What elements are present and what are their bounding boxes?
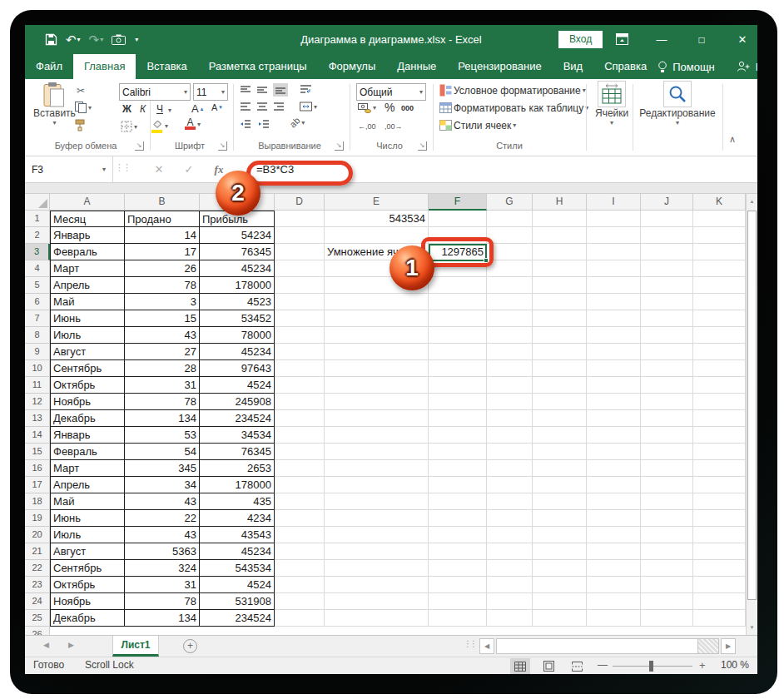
cell-C19[interactable]: 4234 xyxy=(200,510,275,527)
cell-H6[interactable] xyxy=(533,294,587,310)
cell-K5[interactable] xyxy=(693,277,746,294)
cell-D18[interactable] xyxy=(275,493,325,510)
cell-K4[interactable] xyxy=(693,260,746,277)
cell-E1[interactable]: 543534 xyxy=(325,211,429,227)
cell-K13[interactable] xyxy=(693,410,746,427)
cell-D13[interactable] xyxy=(275,410,325,427)
tab-view[interactable]: Вид xyxy=(553,54,594,79)
cell-E18[interactable] xyxy=(325,493,429,510)
cell-A12[interactable]: Ноябрь xyxy=(50,394,125,410)
cell-G24[interactable] xyxy=(487,593,533,610)
zoom-level[interactable]: 100 % xyxy=(714,659,749,671)
cell-G19[interactable] xyxy=(487,510,533,527)
cell-D2[interactable] xyxy=(275,227,325,244)
cell-I20[interactable] xyxy=(587,527,641,543)
cell-G5[interactable] xyxy=(487,277,533,294)
conditional-formatting-button[interactable]: Условное форматирование ▾ xyxy=(439,84,586,97)
number-dialog-launcher[interactable]: ↘ xyxy=(418,141,427,151)
cell-H18[interactable] xyxy=(533,493,587,510)
qat-customize-button[interactable]: ▾ xyxy=(134,36,138,43)
cell-C21[interactable]: 45234 xyxy=(200,543,275,560)
cell-C25[interactable]: 234524 xyxy=(200,610,275,627)
font-size-combo[interactable]: 11▾ xyxy=(193,83,228,101)
cell-I21[interactable] xyxy=(587,543,641,560)
cell-J9[interactable] xyxy=(641,344,693,360)
cell-F13[interactable] xyxy=(429,410,487,427)
cell-B16[interactable]: 345 xyxy=(125,460,200,477)
select-all-corner[interactable] xyxy=(25,194,50,211)
cell-E23[interactable] xyxy=(325,577,429,593)
cell-H14[interactable] xyxy=(533,427,587,444)
cell-G18[interactable] xyxy=(487,493,533,510)
cell-E16[interactable] xyxy=(325,460,429,477)
cell-B17[interactable]: 34 xyxy=(125,477,200,493)
cell-K8[interactable] xyxy=(693,327,746,344)
cell-H2[interactable] xyxy=(533,227,587,244)
align-left-button[interactable] xyxy=(240,102,251,112)
cell-K3[interactable] xyxy=(693,244,746,260)
sheet-tab-list1[interactable]: Лист1 xyxy=(112,636,159,657)
cell-B9[interactable]: 27 xyxy=(125,344,200,360)
row-header-20[interactable]: 20 xyxy=(25,527,50,543)
row-header-24[interactable]: 24 xyxy=(25,593,50,610)
cell-I8[interactable] xyxy=(587,327,641,344)
row-header-25[interactable]: 25 xyxy=(25,610,50,627)
tab-formulas[interactable]: Формулы xyxy=(318,54,387,79)
camera-button[interactable] xyxy=(112,34,126,45)
cell-G15[interactable] xyxy=(487,444,533,460)
collapse-ribbon-button[interactable]: ∧ xyxy=(729,134,736,145)
save-button[interactable] xyxy=(45,33,57,46)
increase-decimal-button[interactable]: ←,00 xyxy=(358,122,376,131)
cell-D16[interactable] xyxy=(275,460,325,477)
cell-D19[interactable] xyxy=(275,510,325,527)
cell-J15[interactable] xyxy=(641,444,693,460)
row-header-3[interactable]: 3 xyxy=(25,244,50,260)
cell-G16[interactable] xyxy=(487,460,533,477)
cell-K6[interactable] xyxy=(693,294,746,310)
cell-B3[interactable]: 17 xyxy=(125,244,200,260)
cell-A4[interactable]: Март xyxy=(50,260,125,277)
cell-I25[interactable] xyxy=(587,610,641,627)
cell-J5[interactable] xyxy=(641,277,693,294)
bold-button[interactable]: Ж xyxy=(122,103,131,115)
cell-C16[interactable]: 2653 xyxy=(200,460,275,477)
cell-E22[interactable] xyxy=(325,560,429,577)
cell-G25[interactable] xyxy=(487,610,533,627)
cell-B20[interactable]: 43 xyxy=(125,527,200,543)
cell-F20[interactable] xyxy=(429,527,487,543)
cell-F21[interactable] xyxy=(429,543,487,560)
cell-B14[interactable]: 53 xyxy=(125,427,200,444)
cell-I18[interactable] xyxy=(587,493,641,510)
cell-C12[interactable]: 245908 xyxy=(200,394,275,410)
cell-H13[interactable] xyxy=(533,410,587,427)
cancel-entry-button[interactable]: ✕ xyxy=(146,156,171,182)
cell-G12[interactable] xyxy=(487,394,533,410)
cell-K18[interactable] xyxy=(693,493,746,510)
cell-H15[interactable] xyxy=(533,444,587,460)
cell-B21[interactable]: 5363 xyxy=(125,543,200,560)
cell-C5[interactable]: 178000 xyxy=(200,277,275,294)
row-header-2[interactable]: 2 xyxy=(25,227,50,244)
alignment-dialog-launcher[interactable]: ↘ xyxy=(335,141,344,151)
cell-I10[interactable] xyxy=(587,360,641,377)
col-header-E[interactable]: E xyxy=(325,194,429,211)
tab-review[interactable]: Рецензирование xyxy=(447,54,552,79)
cell-F9[interactable] xyxy=(429,344,487,360)
cell-F18[interactable] xyxy=(429,493,487,510)
enter-entry-button[interactable]: ✓ xyxy=(176,156,201,182)
cell-C20[interactable]: 43543 xyxy=(200,527,275,543)
copy-button[interactable]: ▾ xyxy=(75,102,92,113)
cell-E2[interactable] xyxy=(325,227,429,244)
cell-styles-button[interactable]: Стили ячеек ▾ xyxy=(439,119,516,131)
cell-K9[interactable] xyxy=(693,344,746,360)
redo-button[interactable]: ↷▾ xyxy=(89,32,104,47)
percent-style-button[interactable]: % xyxy=(385,101,394,114)
view-normal-button[interactable] xyxy=(510,658,530,674)
cell-J11[interactable] xyxy=(641,377,693,394)
cell-D9[interactable] xyxy=(275,344,325,360)
cell-F15[interactable] xyxy=(429,444,487,460)
cell-K1[interactable] xyxy=(693,211,746,227)
row-header-6[interactable]: 6 xyxy=(25,294,50,310)
decrease-decimal-button[interactable]: ,00→ xyxy=(385,122,403,131)
maximize-button[interactable]: □ xyxy=(685,25,718,54)
